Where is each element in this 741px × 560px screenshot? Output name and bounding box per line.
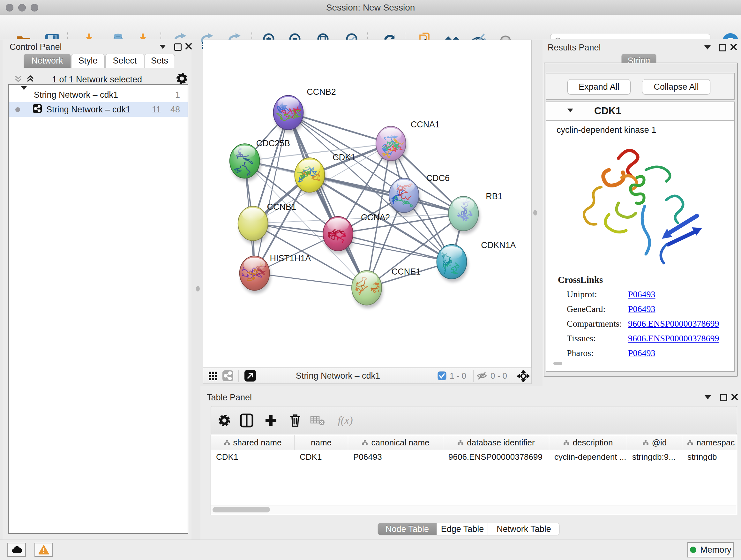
card-scrollbar-thumb[interactable] [553,362,562,365]
network-node-count: 11 [152,105,161,115]
open-in-window-icon[interactable] [244,370,256,382]
panel-float-icon[interactable] [719,44,726,51]
network-node-CDKN1A[interactable]: CDKN1A [437,240,516,282]
crosslink-row: GeneCard:P06493 [567,304,656,314]
table-hscrollbar[interactable] [211,505,737,514]
add-column-icon[interactable] [262,412,280,429]
network-node-CDC25B[interactable]: CDC25B [228,138,290,181]
node-label-CCNB1: CCNB1 [267,202,296,212]
grid-view-icon[interactable] [208,371,218,381]
panel-float-icon[interactable] [174,44,182,51]
table-settings-gear-icon[interactable] [215,412,233,429]
network-node-CDK1[interactable]: CDK1 [294,152,355,195]
hidden-counts: 0 - 0 [490,371,507,381]
tab-network[interactable]: Network [23,54,71,68]
panel-close-icon[interactable] [731,393,738,401]
table-cell[interactable]: cyclin-dependent ... [549,450,627,464]
tab-edge-table[interactable]: Edge Table [437,523,488,536]
table-hscrollbar-thumb[interactable] [212,507,270,512]
tab-node-table[interactable]: Node Table [378,523,437,536]
tab-select[interactable]: Select [105,54,144,68]
node-table[interactable]: shared namenamecanonical namedatabase id… [211,435,737,515]
left-splitter-handle[interactable] [196,286,200,292]
cytoscape-window: Session: New Session ? Control Panel Net… [0,0,741,560]
network-node-CDC6[interactable]: CDC6 [387,173,450,216]
panel-close-icon[interactable] [185,43,192,51]
table-cell[interactable]: stringdb:9... [627,450,682,464]
collapse-triangle-icon[interactable] [21,90,27,100]
collapse-all-button[interactable]: Collapse All [642,79,711,95]
network-collection-row[interactable]: String Network – cdk1 1 [9,87,188,102]
cloud-button[interactable] [7,543,26,557]
gene-description: cyclin-dependent kinase 1 [556,125,656,135]
tab-sets[interactable]: Sets [144,54,175,68]
expand-all-button[interactable]: Expand All [567,79,630,95]
collection-label: String Network – cdk1 [34,90,118,100]
network-share-icon[interactable] [222,370,233,381]
network-node-HIST1H1A[interactable]: HIST1H1A [237,253,311,294]
crosslink-label: Compartments: [567,319,628,329]
table-cell[interactable]: CDK1 [211,450,294,464]
show-columns-icon[interactable] [238,412,256,429]
collection-count: 1 [175,90,180,100]
selected-checkbox-icon[interactable] [437,371,447,380]
crosshair-move-icon[interactable] [517,370,529,382]
collapse-triangle-icon[interactable] [567,109,573,112]
table-cell[interactable]: P06493 [348,450,443,464]
column-header-namespac[interactable]: namespac [682,435,737,450]
crosslink-link[interactable]: P06493 [628,348,656,358]
crosslink-link[interactable]: 9606.ENSP00000378699 [628,319,719,328]
network-view-title: String Network – cdk1 [296,371,380,381]
main-toolbar: ? [0,15,741,39]
status-bar: Memory [0,540,741,560]
table-cell[interactable]: CDK1 [294,450,348,464]
warning-icon [38,545,49,555]
crosslink-row: Uniprot:P06493 [567,289,656,300]
crosslink-link[interactable]: P06493 [628,289,656,299]
gene-name: CDK1 [594,105,621,117]
control-panel-title: Control Panel [10,42,62,52]
gene-header-row[interactable]: CDK1 [546,102,734,121]
panel-close-icon[interactable] [730,44,737,52]
crosslink-link[interactable]: P06493 [628,304,656,314]
network-label: String Network – cdk1 [46,105,131,115]
column-header-canonical-name[interactable]: canonical name [348,435,443,450]
node-label-CDK1: CDK1 [333,152,355,162]
column-header-name[interactable]: name [294,435,348,450]
tab-style[interactable]: Style [71,54,105,68]
column-header--id[interactable]: @id [627,435,682,450]
network-status-dot [15,107,20,112]
network-view-toolbar: String Network – cdk1 1 - 0 0 - 0 [203,368,532,384]
network-selection-status: 1 of 1 Network selected [3,75,192,84]
gear-icon[interactable] [176,73,188,85]
panel-float-icon[interactable] [720,394,727,401]
column-header-database-identifier[interactable]: database identifier [443,435,549,450]
network-row[interactable]: String Network – cdk1 11 48 [9,102,188,117]
network-node-CCNB2[interactable]: CCNB2 [273,87,336,133]
node-label-CCNB2: CCNB2 [307,87,336,97]
panel-menu-icon[interactable] [159,45,166,49]
tab-network-table[interactable]: Network Table [488,523,560,536]
column-header-shared-name[interactable]: shared name [211,435,294,450]
table-cell[interactable]: 9606.ENSP00000378699 [443,450,549,464]
memory-status-dot [690,547,696,553]
warnings-button[interactable] [35,543,53,557]
right-splitter-handle[interactable] [533,210,537,215]
memory-label: Memory [700,545,731,555]
memory-button[interactable]: Memory [687,542,734,557]
panel-menu-icon[interactable] [704,395,711,399]
selected-counts: 1 - 0 [450,371,466,381]
panel-menu-icon[interactable] [704,45,711,50]
network-canvas[interactable]: CCNB2 CCNA1 CDC25B CDK1 CDC6 [203,40,532,368]
cloud-icon [11,546,22,554]
node-label-CCNA1: CCNA1 [411,120,440,129]
network-node-RB1[interactable]: RB1 [449,192,502,234]
network-node-CCNA1[interactable]: CCNA1 [376,120,440,164]
results-panel-title: Results Panel [548,43,601,53]
delete-column-trash-icon[interactable] [286,412,304,429]
column-header-description[interactable]: description [549,435,627,450]
crosslink-row: Pharos:P06493 [567,348,656,358]
table-cell[interactable]: stringdb [682,450,737,464]
crosslink-link[interactable]: 9606.ENSP00000378699 [628,333,719,343]
network-node-CCNB1[interactable]: CCNB1 [238,202,296,244]
